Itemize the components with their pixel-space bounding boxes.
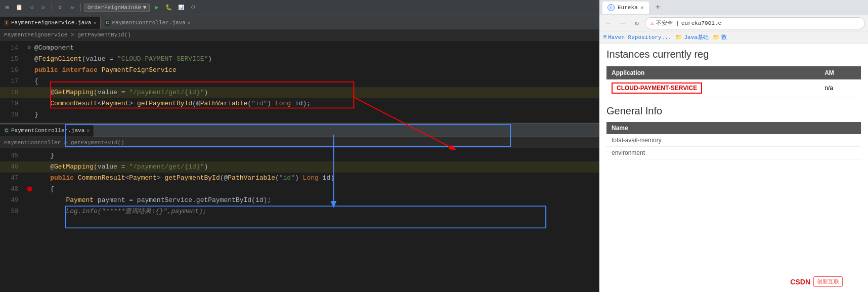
code-line-20: 20 } (0, 109, 599, 120)
code-line-15: 15 @FeignClient(value = "CLOUD-PAYMENT-S… (0, 54, 599, 65)
refresh-button[interactable]: ↻ (631, 17, 643, 29)
run-icon[interactable]: ▶ (152, 3, 162, 13)
upper-breadcrumb: PaymentFeignService > getPaymentById() (0, 29, 599, 40)
address-text: 不安全 | (656, 19, 679, 27)
lower-tabs-bar: C PaymentController.java ✕ (0, 123, 599, 137)
bookmark-maven-icon: M (603, 34, 606, 40)
run-config-selector[interactable]: OrderFeignMain80 ▼ (84, 4, 150, 12)
lower-breadcrumb: PaymentController > getPaymentById() (0, 137, 599, 148)
toolbar-divider-1 (52, 4, 52, 12)
bookmark-maven[interactable]: M Maven Repository... (603, 34, 671, 40)
service-name-cell: CLOUD-PAYMENT-SERVICE (606, 79, 819, 97)
lower-code-section: 45 } 46 @GetMapping(value = "/payment/ge… (0, 148, 599, 219)
line-num-46: 46 (0, 161, 24, 173)
undo-icon[interactable]: ◁ (26, 3, 36, 13)
bookmark-java[interactable]: 📁 Java基础 (675, 33, 708, 41)
browser-tab-label: Eureka (618, 5, 638, 11)
line-num-50: 50 (0, 206, 24, 217)
build-icon-2[interactable]: ⚒ (67, 3, 77, 13)
line-num-16: 16 (0, 65, 24, 76)
tab-payment-feign-service[interactable]: I PaymentFeignService.java ✕ (0, 17, 101, 29)
gutter-14: ⚙ (24, 43, 34, 54)
bookmarks-bar: M Maven Repository... 📁 Java基础 📁 数 (599, 31, 868, 44)
tab-label-controller-upper: PaymentController.java (112, 20, 186, 26)
code-line-14: 14 ⚙ @Component (0, 43, 599, 54)
redo-icon[interactable]: ▷ (38, 3, 49, 13)
code-line-50: 50 Log.info("*****查询结果:{}",payment); (0, 206, 599, 217)
tab-close-controller-upper[interactable]: ✕ (188, 20, 191, 26)
bookmark-more-icon: 📁 (713, 34, 720, 40)
debug-icon[interactable]: 🐛 (164, 3, 174, 13)
line-content-45: } (34, 150, 599, 161)
bookmark-more[interactable]: 📁 数 (713, 33, 727, 41)
line-num-14: 14 (0, 43, 24, 54)
tab-icon-class-lower: C (4, 128, 9, 134)
tab-icon-class-upper: C (105, 20, 110, 26)
bookmark-maven-label: Maven Repository... (608, 34, 671, 40)
coverage-icon[interactable]: 📊 (176, 3, 186, 13)
grid-icon[interactable]: ⊞ (2, 3, 12, 13)
line-content-19: CommonResult<Payment> getPaymentById(@Pa… (34, 98, 599, 109)
tab-close-controller-lower[interactable]: ✕ (86, 128, 90, 134)
line-content-17: { (34, 76, 599, 87)
bookmark-java-label: Java基础 (684, 33, 708, 41)
line-content-50: Log.info("*****查询结果:{}",payment); (34, 206, 599, 217)
tab-payment-controller-upper[interactable]: C PaymentController.java ✕ (101, 17, 195, 29)
bookmark-java-icon: 📁 (675, 34, 682, 40)
browser-nav-bar: ← → ↻ ⚠ 不安全 | eureka7001.c (599, 15, 868, 31)
line-content-15: @FeignClient(value = "CLOUD-PAYMENT-SERV… (34, 54, 599, 65)
instances-heading: Instances currently reg (606, 49, 861, 60)
watermark-area: CSDN 创新互联 (790, 276, 843, 287)
instances-row-0: CLOUD-PAYMENT-SERVICE n/a (606, 79, 861, 97)
tab-label-controller-lower: PaymentController.java (11, 128, 84, 134)
tab-close-feign[interactable]: ✕ (93, 20, 96, 26)
toolbar-divider-2 (80, 4, 81, 12)
browser-tab-close[interactable]: ✕ (641, 5, 644, 11)
line-content-46: @GetMapping(value = "/payment/get/{id}") (34, 161, 599, 173)
instances-table: Application AM CLOUD-PAYMENT-SERVICE n/a (606, 66, 861, 97)
forward-button[interactable]: → (617, 17, 629, 29)
file-icon[interactable]: 📋 (14, 3, 24, 13)
upper-tabs-bar: I PaymentFeignService.java ✕ C PaymentCo… (0, 15, 599, 29)
build-icon-1[interactable]: ⚙ (55, 3, 65, 13)
browser-panel: E Eureka ✕ + ← → ↻ ⚠ 不安全 | eureka7001.c … (599, 0, 868, 292)
line-num-48: 48 (0, 184, 24, 195)
dropdown-icon: ▼ (143, 5, 147, 11)
security-icon: ⚠ (650, 20, 654, 26)
browser-tab-area: E Eureka ✕ + (599, 0, 868, 15)
ide-content-wrapper: 14 ⚙ @Component 15 @FeignClient(value = … (0, 40, 599, 292)
general-name-1: environment (606, 147, 861, 159)
general-col-name: Name (606, 122, 861, 134)
instances-col-application: Application (606, 66, 819, 79)
watermark-logo: 创新互联 (813, 276, 843, 287)
address-bar[interactable]: ⚠ 不安全 | eureka7001.c (645, 17, 865, 29)
line-content-47: public CommonResult<Payment> getPaymentB… (34, 173, 599, 184)
watermark-logo-text: 创新互联 (817, 278, 839, 285)
line-num-15: 15 (0, 54, 24, 65)
gutter-48: ⬤ (24, 184, 34, 195)
tab-label-feign: PaymentFeignService.java (11, 20, 91, 26)
code-line-47: 47 public CommonResult<Payment> getPayme… (0, 173, 599, 184)
tab-payment-controller-lower[interactable]: C PaymentController.java ✕ (0, 124, 94, 137)
service-name-badge[interactable]: CLOUD-PAYMENT-SERVICE (612, 82, 702, 94)
line-num-49: 49 (0, 195, 24, 206)
ide-panel: ⊞ 📋 ◁ ▷ ⚙ ⚒ OrderFeignMain80 ▼ ▶ 🐛 📊 ⏱ I… (0, 0, 599, 292)
line-content-49: Payment payment = paymentService.getPaym… (34, 195, 599, 206)
instances-col-am: AM (819, 66, 861, 79)
tab-icon-interface: I (4, 20, 9, 26)
eureka-content: Instances currently reg Application AM C… (599, 44, 868, 292)
profile-icon[interactable]: ⏱ (188, 3, 198, 13)
line-content-48: { (34, 184, 599, 195)
breadcrumb-text-lower: PaymentController > getPaymentById() (4, 140, 124, 146)
code-line-19: 19 CommonResult<Payment> getPaymentById(… (0, 98, 599, 109)
breadcrumb-text-upper: PaymentFeignService > getPaymentById() (4, 32, 131, 38)
debug-marker-48: ⬤ (27, 184, 32, 195)
gutter-config-icon: ⚙ (28, 43, 31, 54)
general-info-table: Name total-avail-memory environment (606, 122, 861, 159)
back-button[interactable]: ← (602, 17, 615, 29)
line-content-18: @GetMapping(value = "/payment/get/{id}") (34, 87, 599, 98)
browser-tab-eureka[interactable]: E Eureka ✕ (602, 2, 649, 14)
line-content-20: } (34, 109, 599, 120)
line-content-16: public interface PaymentFeignService (34, 65, 599, 76)
new-tab-button[interactable]: + (652, 2, 664, 14)
